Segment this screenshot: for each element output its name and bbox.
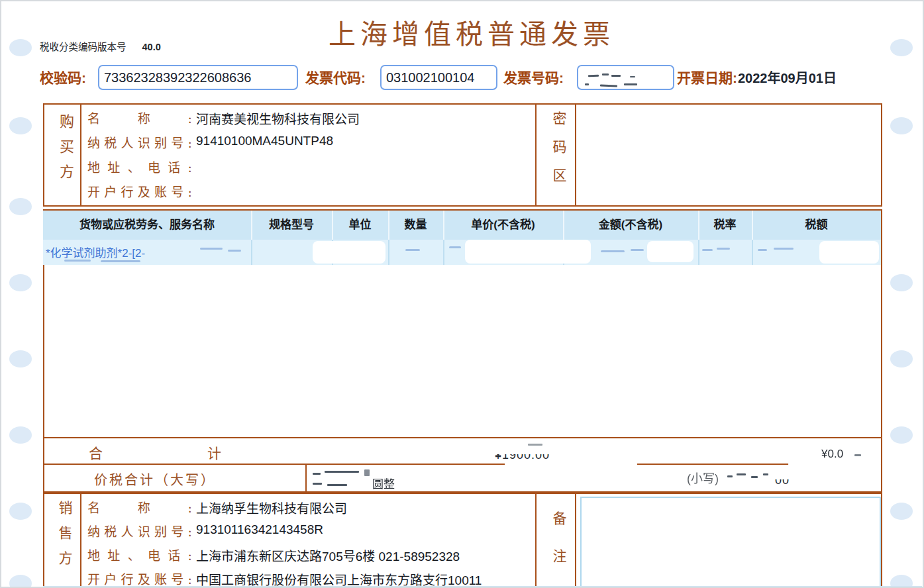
binder-hole: [9, 198, 32, 215]
seller-address-value: 上海市浦东新区庆达路705号6楼 021-58952328: [196, 546, 460, 564]
buyer-taxid-value: 91410100MA45UNTP48: [196, 134, 333, 148]
redaction-mark: [624, 83, 637, 85]
table-row[interactable]: [43, 240, 881, 265]
binder-hole: [9, 350, 32, 368]
redaction-blob: [647, 241, 693, 262]
redaction-mark: [64, 260, 91, 262]
column-divider: [443, 240, 444, 265]
col-header-taxrate: 税率: [698, 211, 752, 240]
col-header-amount: 金额(不含税): [563, 211, 698, 240]
redaction-mark: [717, 248, 730, 250]
tax-code-version-value: 40.0: [142, 42, 161, 52]
redaction-mark: [364, 469, 370, 476]
remarks-label: 备注: [548, 511, 568, 587]
redaction-mark: [702, 249, 713, 251]
buyer-name-value: 河南赛美视生物科技有限公司: [196, 109, 360, 127]
redaction-mark: [751, 476, 758, 478]
invoice-code-input[interactable]: 031002100104: [380, 65, 497, 90]
binder-hole: [890, 117, 913, 134]
col-header-qty: 数量: [388, 211, 443, 240]
binder-hole: [890, 426, 913, 444]
tax-code-version-label: 税收分类编码版本号: [40, 42, 127, 52]
check-code-label: 校验码:: [40, 65, 86, 91]
redaction-mark: [611, 75, 621, 77]
total-tax-fragment: ¥0.0: [821, 448, 843, 461]
col-header-spec: 规格型号: [251, 211, 332, 240]
redaction-mark: [588, 75, 599, 77]
column-divider: [388, 240, 389, 265]
redaction-blob: [465, 240, 591, 264]
remarks-area[interactable]: [580, 497, 881, 588]
redaction-mark: [630, 76, 635, 77]
redaction-mark: [600, 85, 617, 87]
seller-taxid-value: 91310116342143458R: [196, 522, 323, 537]
redaction-mark: [737, 473, 746, 475]
total-label: 合计: [89, 442, 221, 462]
redaction-mark: [313, 483, 322, 485]
seller-bank-value: 中国工商银行股份有限公司上海市东方路支行10011: [196, 570, 535, 588]
redaction-mark: [325, 471, 359, 473]
redaction-mark: [601, 250, 625, 252]
tax-code-version: 税收分类编码版本号40.0: [40, 39, 161, 53]
divider: [575, 493, 576, 588]
divider: [80, 103, 81, 207]
buyer-side-label: 购买方: [54, 114, 76, 189]
column-divider: [752, 240, 753, 265]
binder-hole: [9, 426, 32, 444]
password-area-label: 密码区: [548, 111, 568, 197]
seller-name-value: 上海纳孚生物科技有限公司: [196, 499, 347, 516]
seller-address-label: 地址、电话:: [87, 546, 192, 564]
invoice-code-label: 发票代码:: [305, 65, 366, 91]
redaction-mark: [854, 454, 861, 456]
col-header-tax: 税额: [752, 211, 881, 240]
redaction-mark: [774, 248, 794, 250]
buyer-address-label: 地址、电话:: [87, 158, 192, 175]
grand-total-label: 价税合计（大写）: [94, 469, 216, 489]
redaction-mark: [200, 248, 223, 250]
divider: [305, 464, 307, 493]
col-header-name: 货物或应税劳务、服务名称: [43, 211, 251, 240]
item-name-fragment: *化学试剂助剂*2-[2-: [46, 244, 145, 260]
redaction-mark: [101, 260, 140, 262]
seller-taxid-label: 纳税人识别号:: [87, 522, 192, 540]
check-code-input[interactable]: 73362328392322608636: [98, 65, 298, 90]
binder-hole: [9, 503, 32, 520]
binder-hole: [9, 575, 32, 588]
redaction-mark: [313, 473, 321, 475]
buyer-taxid-label: 纳税人识别号:: [87, 133, 192, 151]
redaction-mark: [228, 250, 241, 252]
redaction-mark: [727, 475, 733, 477]
redaction-mark: [758, 249, 767, 251]
small-amount-label-fragment: (小写): [687, 469, 719, 486]
redaction-blob: [854, 462, 881, 471]
small-amount-fragment: 00: [775, 479, 801, 486]
seller-side-label: 销售方: [54, 501, 74, 576]
binder-hole: [890, 503, 913, 520]
column-divider: [251, 240, 252, 265]
redaction-mark: [602, 74, 609, 75]
redaction-blob: [313, 241, 385, 264]
binder-hole: [9, 39, 32, 56]
col-header-unitprice: 单价(不含税): [443, 211, 563, 240]
invoice-number-input[interactable]: [577, 65, 674, 90]
redaction-mark: [528, 444, 542, 446]
binder-hole: [890, 274, 913, 291]
invoice-page: 税收分类编码版本号40.0 上海增值税普通发票 校验码: 73362328392…: [0, 0, 924, 588]
invoice-number-label: 发票号码:: [503, 65, 564, 91]
page-title: 上海增值税普通发票: [286, 12, 657, 52]
divider: [80, 493, 81, 588]
binder-hole: [9, 117, 32, 134]
redaction-mark: [405, 249, 420, 251]
issue-date-label: 开票日期:: [677, 65, 737, 91]
password-area: [576, 105, 881, 205]
redaction-mark: [449, 246, 461, 248]
redaction-mark: [585, 83, 589, 85]
issue-date-value: 2022年09月01日: [738, 65, 837, 91]
column-divider: [698, 240, 699, 265]
redaction-blob: [852, 446, 865, 454]
binder-hole: [890, 350, 913, 368]
seller-name-label: 名称:: [87, 498, 192, 516]
divider: [535, 493, 537, 588]
total-row-top-border: [43, 437, 882, 438]
buyer-bank-label: 开户行及账号:: [87, 182, 192, 200]
